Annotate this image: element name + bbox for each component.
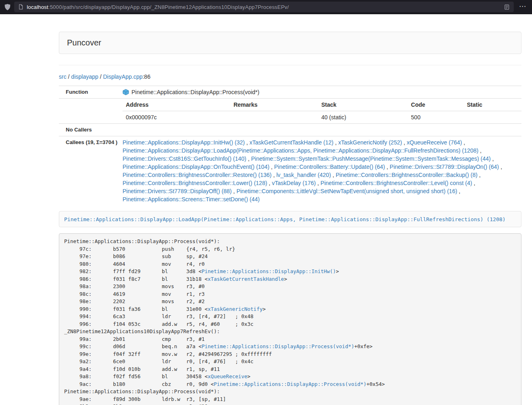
stats-value-code: 500 — [408, 111, 464, 124]
breadcrumb-link[interactable]: displayapp — [71, 73, 98, 80]
stats-col-static: Static — [463, 99, 521, 111]
breadcrumb-line-number: :86 — [142, 73, 150, 80]
no-callers-label: No Callers — [59, 124, 123, 136]
code-symbol-link[interactable]: Pinetime::Applications::DisplayApp::Init… — [202, 268, 336, 274]
code-symbol-link[interactable]: xQueueReceive — [208, 373, 248, 379]
browser-toolbar: localhost:5000/path/src/displayapp/Displ… — [0, 0, 532, 14]
page-info-icon[interactable] — [18, 4, 24, 10]
breadcrumb-link[interactable]: DisplayApp.cpp — [103, 73, 142, 80]
table-row-function: Function Pinetime::Applications::Display… — [59, 86, 521, 99]
stats-header-row: AddressRemarksStackCodeStatic — [123, 99, 521, 111]
callee-link[interactable]: vTaskDelay (176) — [272, 180, 316, 186]
callee-link[interactable]: Pinetime::Components::LittleVgl::SetNewT… — [237, 188, 457, 194]
callee-link[interactable]: Pinetime::Applications::Screens::Timer::… — [123, 196, 260, 202]
function-name: Pinetime::Applications::DisplayApp::Proc… — [131, 88, 259, 96]
breadcrumb: src / displayapp / DisplayApp.cpp:86 — [59, 73, 521, 81]
highlighted-callee-panel: Pinetime::Applications::DisplayApp::Load… — [59, 211, 521, 227]
stats-col-remarks: Remarks — [230, 99, 318, 111]
reader-mode-icon[interactable] — [504, 4, 510, 10]
stats-value-address: 0x0000097c — [123, 111, 230, 124]
stats-value-static — [463, 111, 521, 124]
callee-link[interactable]: Pinetime::System::SystemTask::PushMessag… — [251, 155, 491, 162]
callee-link[interactable]: Pinetime::Applications::DisplayApp::Init… — [123, 139, 245, 146]
callee-link[interactable]: Pinetime::Drivers::St7789::DisplayOff() … — [123, 188, 232, 194]
stats-value-remarks — [230, 111, 318, 124]
code-symbol-link[interactable]: Pinetime::Applications::DisplayApp::Proc… — [214, 381, 366, 387]
breadcrumb-link[interactable]: src — [59, 73, 67, 80]
code-symbol-link[interactable]: xTaskGenericNotify — [208, 306, 263, 312]
app-title-panel: Puncover — [59, 32, 521, 54]
page-title: Puncover — [67, 38, 101, 47]
callee-link[interactable]: lv_task_handler (420) — [276, 172, 331, 178]
stats-table: AddressRemarksStackCodeStatic 0x0000097c… — [123, 99, 521, 123]
function-row-label: Function — [59, 86, 123, 99]
callee-link[interactable]: Pinetime::Controllers::BrightnessControl… — [123, 180, 267, 186]
callee-link[interactable]: Pinetime::Applications::DisplayApp::Load… — [123, 147, 478, 154]
url-path: :5000/path/src/displayapp/DisplayApp.cpp… — [48, 4, 289, 10]
callee-link[interactable]: Pinetime::Controllers::BrightnessControl… — [321, 180, 472, 186]
page-container: Puncover src / displayapp / DisplayApp.c… — [59, 32, 521, 405]
callee-link[interactable]: Pinetime::Applications::DisplayApp::OnTo… — [123, 164, 269, 170]
url-bar[interactable]: localhost:5000/path/src/displayapp/Displ… — [14, 2, 514, 12]
callee-link[interactable]: Pinetime::Controllers::BrightnessControl… — [123, 172, 271, 178]
code-symbol-link[interactable]: xTaskGetCurrentTaskHandle — [208, 276, 284, 282]
tracking-protection-shield-icon[interactable] — [4, 4, 11, 11]
disassembly-code-block: Pinetime::Applications::DisplayApp::Proc… — [59, 233, 521, 405]
stats-col-code: Code — [408, 99, 464, 111]
callee-link[interactable]: Pinetime::Drivers::St7789::DisplayOn() (… — [390, 164, 499, 170]
callees-label: Callees (19, Σ=3704 ) — [59, 136, 123, 206]
callee-link[interactable]: xQueueReceive (764) — [407, 139, 462, 146]
highlighted-callee-link[interactable]: Pinetime::Applications::DisplayApp::Load… — [64, 216, 506, 222]
callee-link[interactable]: xTaskGenericNotify (252) — [338, 139, 402, 146]
stats-col-stack: Stack — [318, 99, 408, 111]
callee-link[interactable]: Pinetime::Controllers::Battery::Update()… — [274, 164, 385, 170]
method-icon — [123, 89, 129, 95]
code-symbol-link[interactable]: Pinetime::Applications::DisplayApp::Proc… — [202, 343, 354, 349]
callee-link[interactable]: xTaskGetCurrentTaskHandle (12) — [250, 139, 334, 146]
divider — [59, 65, 521, 65]
stats-col-address: Address — [123, 99, 230, 111]
url-host: localhost — [27, 4, 48, 10]
callees-list: Pinetime::Applications::DisplayApp::Init… — [123, 136, 521, 206]
table-row-no-callers: No Callers — [59, 124, 521, 136]
table-row-callees: Callees (19, Σ=3704 ) Pinetime::Applicat… — [59, 136, 521, 206]
page-actions-menu-icon[interactable]: ⋯ — [517, 3, 528, 11]
callee-link[interactable]: Pinetime::Controllers::BrightnessControl… — [336, 172, 477, 178]
table-row-stats: AddressRemarksStackCodeStatic 0x0000097c… — [59, 99, 521, 124]
function-table: Function Pinetime::Applications::Display… — [59, 86, 521, 205]
callee-link[interactable]: Pinetime::Drivers::Cst816S::GetTouchInfo… — [123, 155, 246, 162]
stats-value-stack: 40 (static) — [318, 111, 408, 124]
stats-value-row: 0x0000097c40 (static)500 — [123, 111, 521, 124]
url-text: localhost:5000/path/src/displayapp/Displ… — [27, 4, 501, 10]
